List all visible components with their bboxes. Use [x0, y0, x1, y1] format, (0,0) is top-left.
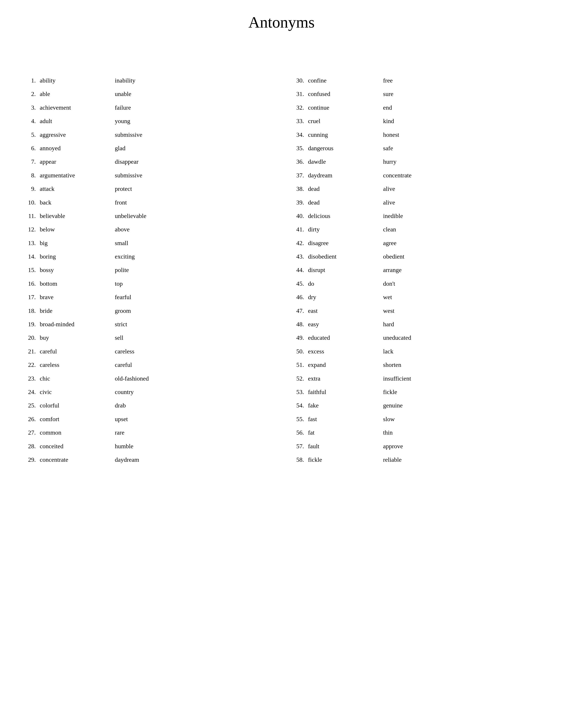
item-antonym: fickle	[383, 387, 397, 397]
list-item: 35. dangerous safe	[290, 143, 541, 153]
list-item: 4. adult young	[22, 116, 273, 126]
item-antonym: hard	[383, 319, 394, 329]
list-item: 7. appear disappear	[22, 157, 273, 166]
item-word: bossy	[40, 265, 115, 275]
item-antonym: protect	[115, 184, 132, 193]
item-word: dawdle	[308, 157, 383, 166]
item-antonym: hurry	[383, 157, 397, 166]
item-antonym: exciting	[115, 252, 135, 261]
item-word: extra	[308, 374, 383, 383]
item-word: below	[40, 225, 115, 234]
item-number: 47.	[290, 306, 308, 315]
item-number: 56.	[290, 428, 308, 437]
item-antonym: drab	[115, 401, 126, 410]
item-word: easy	[308, 319, 383, 329]
item-antonym: strict	[115, 319, 127, 329]
item-word: educated	[308, 333, 383, 342]
item-antonym: fearful	[115, 292, 131, 302]
list-item: 53. faithful fickle	[290, 387, 541, 397]
list-item: 19. broad-minded strict	[22, 319, 273, 329]
item-antonym: reliable	[383, 455, 402, 464]
item-word: dry	[308, 292, 383, 302]
item-word: concentrate	[40, 455, 115, 464]
item-antonym: unbelievable	[115, 211, 146, 221]
item-antonym: end	[383, 103, 392, 112]
item-antonym: inability	[115, 76, 135, 85]
item-word: cunning	[308, 130, 383, 139]
item-number: 50.	[290, 347, 308, 356]
item-word: do	[308, 279, 383, 288]
left-column: 1. ability inability 2. able unable 3. a…	[22, 76, 273, 468]
item-antonym: submissive	[115, 171, 142, 180]
list-item: 1. ability inability	[22, 76, 273, 85]
item-word: broad-minded	[40, 319, 115, 329]
item-number: 53.	[290, 387, 308, 397]
item-antonym: humble	[115, 441, 133, 451]
item-word: excess	[308, 347, 383, 356]
item-number: 9.	[22, 184, 40, 193]
item-number: 23.	[22, 374, 40, 383]
item-word: adult	[40, 116, 115, 126]
item-word: disagree	[308, 238, 383, 248]
list-item: 20. buy sell	[22, 333, 273, 342]
item-word: aggressive	[40, 130, 115, 139]
list-item: 12. below above	[22, 225, 273, 234]
item-number: 57.	[290, 441, 308, 451]
list-item: 6. annoyed glad	[22, 143, 273, 153]
list-item: 30. confine free	[290, 76, 541, 85]
item-antonym: agree	[383, 238, 397, 248]
list-item: 24. civic country	[22, 387, 273, 397]
item-antonym: alive	[383, 198, 395, 207]
item-antonym: careful	[115, 360, 132, 370]
item-antonym: honest	[383, 130, 399, 139]
item-number: 52.	[290, 374, 308, 383]
item-number: 6.	[22, 143, 40, 153]
item-word: conceited	[40, 441, 115, 451]
item-number: 18.	[22, 306, 40, 315]
item-antonym: polite	[115, 265, 129, 275]
item-number: 8.	[22, 171, 40, 180]
item-word: continue	[308, 103, 383, 112]
item-word: dead	[308, 198, 383, 207]
list-item: 26. comfort upset	[22, 414, 273, 424]
item-number: 54.	[290, 401, 308, 410]
item-number: 14.	[22, 252, 40, 261]
item-number: 11.	[22, 211, 40, 221]
item-number: 32.	[290, 103, 308, 112]
item-number: 15.	[22, 265, 40, 275]
item-number: 44.	[290, 265, 308, 275]
item-word: bride	[40, 306, 115, 315]
item-antonym: small	[115, 238, 128, 248]
list-item: 9. attack protect	[22, 184, 273, 193]
item-number: 12.	[22, 225, 40, 234]
item-word: chic	[40, 374, 115, 383]
item-antonym: thin	[383, 428, 393, 437]
list-item: 15. bossy polite	[22, 265, 273, 275]
item-word: fast	[308, 414, 383, 424]
item-antonym: upset	[115, 414, 128, 424]
list-item: 14. boring exciting	[22, 252, 273, 261]
item-number: 10.	[22, 198, 40, 207]
item-word: fault	[308, 441, 383, 451]
item-word: back	[40, 198, 115, 207]
item-word: annoyed	[40, 143, 115, 153]
list-item: 44. disrupt arrange	[290, 265, 541, 275]
item-number: 16.	[22, 279, 40, 288]
item-antonym: submissive	[115, 130, 142, 139]
item-word: argumentative	[40, 171, 115, 180]
item-number: 46.	[290, 292, 308, 302]
list-item: 22. careless careful	[22, 360, 273, 370]
item-number: 20.	[22, 333, 40, 342]
page-title: Antonyms	[22, 13, 541, 32]
item-word: believable	[40, 211, 115, 221]
item-antonym: groom	[115, 306, 131, 315]
item-word: able	[40, 89, 115, 99]
item-number: 43.	[290, 252, 308, 261]
list-item: 31. confused sure	[290, 89, 541, 99]
item-word: common	[40, 428, 115, 437]
item-antonym: young	[115, 116, 130, 126]
item-word: careless	[40, 360, 115, 370]
item-word: fake	[308, 401, 383, 410]
list-item: 50. excess lack	[290, 347, 541, 356]
item-antonym: west	[383, 306, 394, 315]
